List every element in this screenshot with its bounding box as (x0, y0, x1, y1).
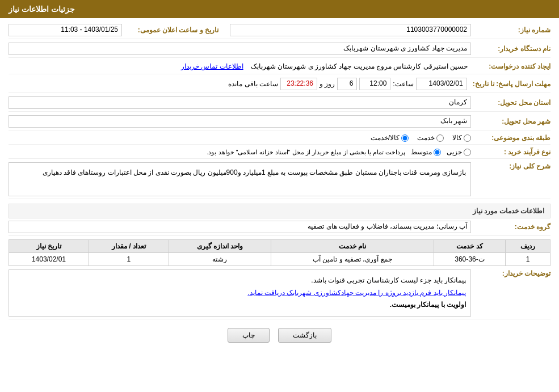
tosihaat-label: توضیحات خریدار: (471, 269, 550, 277)
page-header: جزئیات اطلاعات نیاز (0, 0, 559, 18)
col-tedad: تعداد / مقدار (89, 240, 169, 253)
tabaqe-row: طبقه بندی موضوعی: کالا خدمت کالا/خدمت (9, 134, 550, 145)
service-table: ردیف کد خدمت نام خدمت واحد اندازه گیری ت… (9, 239, 550, 266)
tosihaat-row: توضیحات خریدار: پیمانکار باید جزء لیست ک… (9, 269, 550, 319)
radio-kala-khadamat-item: کالا/خدمت (371, 134, 409, 142)
shahr-value: شهر بابک (9, 115, 471, 128)
name-dastgah-value: مدیریت جهاد کشاورز ی شهرستان شهربابک (9, 43, 471, 55)
radio-kala-label: کالا (452, 134, 462, 142)
radio-jozii-input[interactable] (464, 149, 471, 156)
name-dastgah-label: نام دستگاه خریدار: (471, 45, 550, 53)
radio-kala-input[interactable] (464, 134, 471, 142)
mohlat-date: 1403/02/01 (416, 78, 467, 90)
noue-farayand-row: نوع فرآیند خرید : جزیی متوسط پرداخت تمام… (9, 148, 550, 159)
etelaat-section-title: اطلاعات خدمات مورد نیاز (9, 204, 550, 218)
radio-jozii-item: جزیی (447, 148, 471, 156)
radio-khadamat-label: خدمت (417, 134, 435, 142)
table-row: 1ت-36-360جمع آوری، تصفیه و تامین آبرشته1… (9, 253, 550, 266)
radio-kala-khadamat-input[interactable] (401, 134, 409, 142)
ostan-row: استان محل تحویل: کرمان (9, 96, 550, 112)
sharh-label: شرح کلی نیاز: (471, 162, 550, 170)
mohlat-row: مهلت ارسال پاسخ: تا تاریخ: 1403/02/01 سا… (9, 78, 550, 93)
shahr-row: شهر محل تحویل: شهر بابک (9, 115, 550, 130)
tabaqe-label: طبقه بندی موضوعی: (471, 134, 550, 142)
mohlat-rooz: 6 (337, 78, 357, 90)
noue-farayand-label: نوع فرآیند خرید : (471, 148, 550, 156)
radio-motavasset-input[interactable] (434, 149, 441, 156)
goroh-label: گروه خدمت: (471, 223, 550, 231)
radio-jozii-label: جزیی (447, 148, 462, 156)
radio-kala-item: کالا (452, 134, 471, 142)
tosihaat-line1: پیمانکار باید جزء لیست کارشناسان تجربی ق… (14, 275, 466, 287)
btn-bazgasht[interactable]: بازگشت (278, 328, 331, 343)
shomara-niaz-row: شماره نیاز: 1103003770000002 تاریخ و ساع… (9, 24, 550, 39)
col-kod: کد خدمت (434, 240, 506, 253)
radio-khadamat-item: خدمت (417, 134, 444, 142)
mohlat-remaining-label: ساعت باقی مانده (228, 80, 278, 88)
ostan-label: استان محل تحویل: (471, 99, 550, 107)
tarikh-elan-value: 1403/01/25 - 11:03 (9, 24, 122, 36)
sharh-value: بازسازی ومرمت قنات باجناران مستبان طبق م… (9, 162, 471, 196)
ijad-konanda-value: حسین استیرقی کارشناس مروج مدیریت جهاد کش… (9, 61, 471, 71)
col-tarikh: تاریخ نیاز (9, 240, 89, 253)
ostan-value: کرمان (9, 96, 471, 109)
tarikh-elan-label: تاریخ و ساعت اعلان عمومی: (122, 26, 218, 34)
radio-kala-khadamat-label: کالا/خدمت (371, 134, 400, 142)
goroh-value: آب رسانی؛ مدیریت پسماند، فاضلاب و فعالیت… (9, 221, 471, 233)
mohlat-remaining: 23:22:36 (280, 78, 317, 90)
shahr-label: شهر محل تحویل: (471, 117, 550, 125)
table-header-row: ردیف کد خدمت نام خدمت واحد اندازه گیری ت… (9, 240, 550, 253)
radio-motavasset-item: متوسط (411, 148, 441, 156)
btn-chap[interactable]: چاپ (228, 328, 270, 343)
button-row: بازگشت چاپ (9, 328, 550, 343)
ijad-konanda-row: ایجاد کننده درخواست: حسین استیرقی کارشنا… (9, 61, 550, 74)
name-dastgah-row: نام دستگاه خریدار: مدیریت جهاد کشاورز ی … (9, 43, 550, 58)
radio-motavasset-label: متوسط (411, 148, 432, 156)
col-radif: ردیف (506, 240, 550, 253)
radio-khadamat-input[interactable] (436, 134, 444, 142)
sharh-row: شرح کلی نیاز: بازسازی ومرمت قنات باجنارا… (9, 162, 550, 199)
col-naam: نام خدمت (271, 240, 434, 253)
mohlat-label: مهلت ارسال پاسخ: تا تاریخ: (467, 80, 550, 88)
page-title: جزئیات اطلاعات نیاز (9, 5, 75, 14)
goroh-row: گروه خدمت: آب رسانی؛ مدیریت پسماند، فاضل… (9, 221, 550, 236)
col-vahed: واحد اندازه گیری (169, 240, 271, 253)
ijad-konanda-label: ایجاد کننده درخواست: (471, 62, 550, 70)
mohlat-saat-label: ساعت: (393, 80, 413, 88)
mohlat-saat: 12:00 (359, 78, 390, 90)
process-row: جزیی متوسط پرداخت تمام یا بخشی از مبلغ خ… (9, 148, 471, 156)
tabaqe-radio-group: کالا خدمت کالا/خدمت (9, 134, 471, 142)
tosihaat-box: پیمانکار باید جزء لیست کارشناسان تجربی ق… (9, 269, 471, 317)
mohlat-rooz-label: روز و (320, 80, 335, 88)
pay-text: پرداخت تمام یا بخشی از مبلغ خریدار از مح… (9, 149, 405, 156)
tosihaat-line3: اولویت با پیمانکار بومیست. (14, 299, 466, 311)
tosihaat-line2: پیمانکار باید فرم بازدید بروژه را مدیریت… (14, 287, 466, 300)
shomara-niaz-value: 1103003770000002 (230, 24, 471, 36)
shomara-niaz-label: شماره نیاز: (471, 26, 550, 34)
etela-tamas-link[interactable]: اطلاعات تماس خریدار (181, 62, 243, 70)
